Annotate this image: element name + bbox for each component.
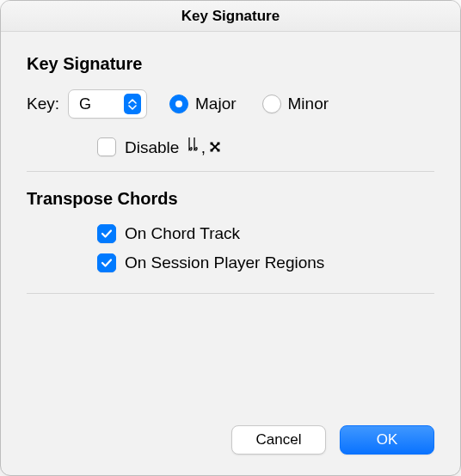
section-divider — [27, 171, 434, 172]
key-signature-heading: Key Signature — [27, 54, 434, 74]
session-player-row: On Session Player Regions — [97, 253, 434, 272]
key-label: Key: — [27, 95, 59, 113]
chord-track-label: On Chord Track — [125, 224, 240, 243]
disable-accidentals-row: Disable , — [97, 136, 434, 157]
double-sharp-icon — [209, 141, 221, 153]
radio-icon — [169, 95, 188, 113]
button-row: Cancel OK — [1, 408, 460, 475]
chord-track-row: On Chord Track — [97, 224, 434, 243]
transpose-chords-heading: Transpose Chords — [27, 189, 434, 209]
radio-minor[interactable]: Minor — [262, 95, 329, 113]
cancel-button[interactable]: Cancel — [231, 425, 326, 455]
session-player-checkbox[interactable] — [97, 253, 116, 272]
disable-accidentals-checkbox[interactable] — [97, 137, 116, 156]
disable-accidentals-label: Disable , — [125, 136, 221, 157]
updown-icon — [124, 94, 141, 114]
key-signature-dialog: Key Signature Key Signature Key: G Major — [0, 0, 461, 476]
key-select-value: G — [79, 95, 124, 113]
svg-rect-1 — [217, 143, 219, 145]
radio-major[interactable]: Major — [169, 95, 237, 113]
chord-track-checkbox[interactable] — [97, 224, 116, 243]
svg-rect-3 — [217, 150, 219, 152]
double-flat-icon — [187, 136, 201, 153]
key-row: Key: G Major Minor — [27, 89, 434, 119]
svg-rect-2 — [210, 150, 212, 152]
footer-divider — [27, 293, 434, 294]
session-player-label: On Session Player Regions — [125, 253, 324, 272]
radio-major-label: Major — [195, 95, 237, 113]
window-title: Key Signature — [1, 1, 460, 32]
radio-icon — [262, 95, 281, 113]
ok-button[interactable]: OK — [340, 425, 434, 455]
key-select[interactable]: G — [68, 89, 147, 119]
radio-minor-label: Minor — [288, 95, 329, 113]
dialog-content: Key Signature Key: G Major — [1, 32, 460, 408]
svg-rect-0 — [210, 143, 212, 145]
mode-radio-group: Major Minor — [169, 95, 329, 113]
